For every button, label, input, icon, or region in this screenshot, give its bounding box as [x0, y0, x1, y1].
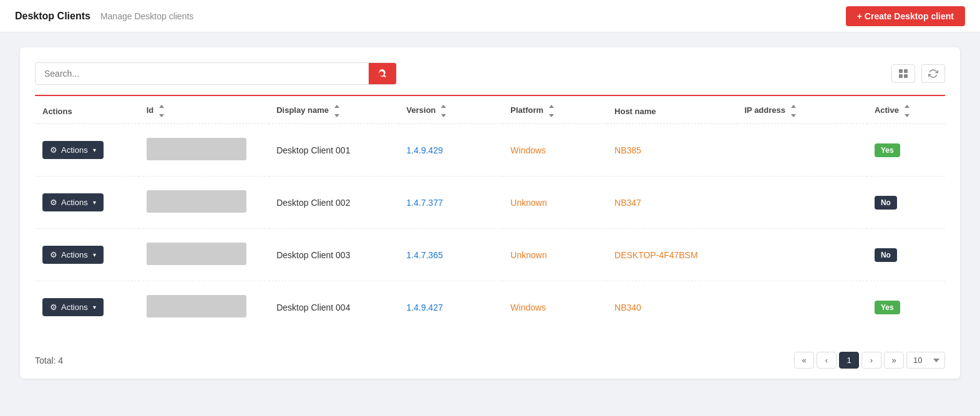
search-button[interactable] — [369, 63, 396, 84]
platform-value-2: Unknown — [510, 250, 546, 260]
create-desktop-client-button[interactable]: + Create Desktop client — [846, 6, 965, 26]
col-header-hostname: Host name — [607, 96, 737, 124]
id-placeholder-3 — [147, 295, 246, 317]
sort-ip-icon — [790, 105, 797, 117]
cell-version-2: 1.4.7.365 — [399, 229, 503, 281]
cell-ip-0 — [737, 124, 866, 177]
search-row — [35, 62, 945, 85]
id-placeholder-0 — [147, 138, 246, 160]
table-row: ⚙ Actions ▾ Desktop Client 002 1.4.7.377… — [35, 177, 945, 229]
cell-platform-2: Unknown — [503, 229, 607, 281]
cell-version-3: 1.4.9.427 — [399, 281, 503, 334]
cell-id-3 — [139, 281, 269, 334]
gear-icon-3: ⚙ — [50, 302, 57, 312]
cell-id-1 — [139, 177, 269, 229]
pagination: « ‹ 1 › » 10 20 50 100 — [794, 352, 945, 369]
sort-platform-icon — [548, 105, 555, 117]
grid-view-button[interactable] — [891, 64, 915, 83]
id-placeholder-2 — [147, 243, 246, 265]
cell-active-2: No — [867, 229, 945, 281]
gear-icon-1: ⚙ — [50, 198, 57, 207]
platform-value-0: Windows — [510, 145, 546, 155]
actions-button-3[interactable]: ⚙ Actions ▾ — [42, 298, 104, 316]
col-header-version[interactable]: Version — [399, 96, 503, 124]
page-title: Desktop Clients — [15, 11, 90, 22]
cell-platform-0: Windows — [503, 124, 607, 177]
table-footer: Total: 4 « ‹ 1 › » 10 20 50 100 — [35, 346, 945, 369]
table-row: ⚙ Actions ▾ Desktop Client 003 1.4.7.365… — [35, 229, 945, 281]
search-input[interactable] — [36, 64, 369, 84]
actions-button-1[interactable]: ⚙ Actions ▾ — [42, 193, 104, 211]
total-count: Total: 4 — [35, 356, 63, 365]
cell-display-name-3: Desktop Client 004 — [269, 281, 399, 334]
cell-hostname-1: NB347 — [607, 177, 737, 229]
refresh-icon — [928, 69, 938, 79]
cell-actions-1: ⚙ Actions ▾ — [35, 177, 139, 229]
col-header-id[interactable]: Id — [139, 96, 269, 124]
pagination-next-button[interactable]: › — [861, 352, 881, 369]
col-header-platform[interactable]: Platform — [503, 96, 607, 124]
cell-ip-2 — [737, 229, 866, 281]
hostname-value-2: DESKTOP-4F47BSM — [614, 250, 698, 260]
pagination-prev-button[interactable]: ‹ — [817, 352, 837, 369]
cell-active-0: Yes — [867, 124, 945, 177]
actions-button-0[interactable]: ⚙ Actions ▾ — [42, 141, 104, 159]
grid-icon — [898, 69, 908, 79]
header-left: Desktop Clients Manage Desktop clients — [15, 11, 193, 22]
search-right-icons — [891, 64, 945, 83]
pagination-page-1-button[interactable]: 1 — [839, 352, 859, 369]
col-header-actions: Actions — [35, 96, 139, 124]
col-header-active[interactable]: Active — [867, 96, 945, 124]
sort-display-icon — [334, 105, 340, 117]
cell-id-0 — [139, 124, 269, 177]
cell-platform-3: Windows — [503, 281, 607, 334]
svg-rect-2 — [899, 74, 903, 78]
col-header-ip[interactable]: IP address — [737, 96, 866, 124]
cell-ip-3 — [737, 281, 866, 334]
cell-version-1: 1.4.7.377 — [399, 177, 503, 229]
cell-actions-2: ⚙ Actions ▾ — [35, 229, 139, 281]
sort-active-icon — [904, 105, 910, 117]
chevron-down-icon-3: ▾ — [93, 304, 96, 311]
version-link-2[interactable]: 1.4.7.365 — [407, 250, 443, 260]
actions-button-2[interactable]: ⚙ Actions ▾ — [42, 246, 104, 264]
main-content: Actions Id Display name — [0, 32, 980, 394]
sort-version-icon — [440, 105, 447, 117]
active-badge-1: No — [875, 196, 897, 210]
active-badge-2: No — [875, 248, 897, 262]
desktop-clients-table: Actions Id Display name — [35, 96, 945, 333]
actions-label-3: Actions — [61, 302, 88, 312]
gear-icon-0: ⚙ — [50, 145, 57, 155]
chevron-down-icon-1: ▾ — [93, 199, 96, 206]
table-header-row: Actions Id Display name — [35, 96, 945, 124]
active-badge-0: Yes — [875, 143, 900, 157]
col-header-display-name[interactable]: Display name — [269, 96, 399, 124]
cell-active-3: Yes — [867, 281, 945, 334]
cell-id-2 — [139, 229, 269, 281]
cell-display-name-0: Desktop Client 001 — [269, 124, 399, 177]
table-row: ⚙ Actions ▾ Desktop Client 001 1.4.9.429… — [35, 124, 945, 177]
search-icon — [377, 69, 387, 79]
cell-ip-1 — [737, 177, 866, 229]
platform-value-3: Windows — [510, 302, 546, 312]
cell-display-name-2: Desktop Client 003 — [269, 229, 399, 281]
version-link-1[interactable]: 1.4.7.377 — [407, 198, 443, 208]
svg-rect-3 — [904, 74, 908, 78]
version-link-0[interactable]: 1.4.9.429 — [407, 145, 443, 155]
hostname-value-0: NB385 — [614, 145, 641, 155]
search-input-wrap — [35, 62, 397, 85]
cell-actions-3: ⚙ Actions ▾ — [35, 281, 139, 334]
cell-hostname-0: NB385 — [607, 124, 737, 177]
page-subtitle: Manage Desktop clients — [100, 11, 193, 21]
refresh-button[interactable] — [921, 64, 945, 83]
cell-hostname-2: DESKTOP-4F47BSM — [607, 229, 737, 281]
page-size-select[interactable]: 10 20 50 100 — [906, 352, 945, 369]
cell-version-0: 1.4.9.429 — [399, 124, 503, 177]
pagination-last-button[interactable]: » — [884, 352, 904, 369]
sort-id-icon — [158, 105, 165, 117]
pagination-first-button[interactable]: « — [794, 352, 814, 369]
content-card: Actions Id Display name — [20, 47, 960, 379]
version-link-3[interactable]: 1.4.9.427 — [407, 302, 443, 312]
table-row: ⚙ Actions ▾ Desktop Client 004 1.4.9.427… — [35, 281, 945, 334]
id-placeholder-1 — [147, 190, 246, 213]
